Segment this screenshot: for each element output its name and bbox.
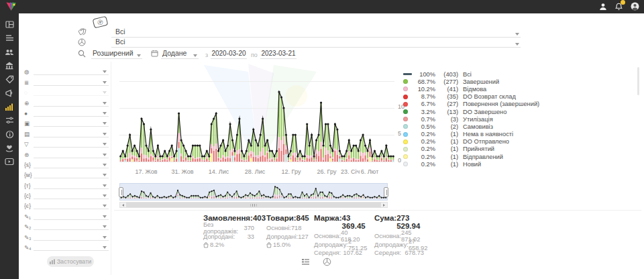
chevron-down-icon — [103, 143, 107, 146]
filter-row-user[interactable]: ● — [24, 107, 109, 117]
status-filter-select[interactable]: Всі — [111, 27, 521, 38]
search-mode-select[interactable]: Розширений — [91, 49, 142, 59]
search-icon[interactable] — [78, 50, 86, 58]
chevron-down-icon — [103, 225, 107, 228]
legend-swatch — [403, 109, 408, 114]
filter-row-add-user[interactable]: ⊕ — [24, 96, 109, 106]
sidebar-item-orders[interactable] — [0, 32, 19, 46]
customers-icon — [5, 48, 14, 56]
sidebar-item-analytics[interactable] — [0, 100, 19, 114]
chevron-down-icon — [103, 246, 107, 249]
legend-item[interactable]: 6.7%(27)Повернення (завершений) — [403, 101, 539, 108]
navigator-handle-right[interactable] — [384, 187, 388, 197]
info-icon — [5, 130, 14, 139]
sidebar-item-settings[interactable] — [0, 114, 19, 128]
legend-item[interactable]: 0.2%(1)DO Отправлено — [403, 138, 539, 146]
avatar-icon[interactable] — [630, 1, 640, 11]
filter-row-custom-2[interactable]: ✎₂ — [24, 220, 109, 230]
filter-row-status[interactable]: ◌ — [24, 86, 109, 96]
dashboard-icon — [5, 20, 14, 29]
filter-row-globe[interactable]: ◍ — [24, 65, 109, 75]
sidebar-item-customers[interactable] — [0, 45, 19, 59]
legend-item[interactable]: 0.2%(1)Відправлений — [403, 153, 539, 160]
legend-item[interactable]: 8.7%(35)DO Возврат склад — [403, 93, 539, 101]
legend-item[interactable]: 68.7%(277)Завершений — [403, 78, 539, 85]
apply-filters-button[interactable]: Застосувати — [47, 256, 94, 267]
stat-orders: Замовлення:403 Без допродажів:370 Допрод… — [203, 214, 254, 249]
legend-item[interactable]: 3.2%(13)DO Завершено — [403, 108, 539, 115]
sidebar-item-support[interactable] — [0, 142, 19, 156]
products-icon[interactable] — [322, 257, 332, 267]
stat-value: 273 529.94 — [396, 214, 424, 230]
sidebar-item-promos[interactable] — [0, 72, 19, 87]
filter-row-custom-3[interactable]: ✎₃ — [24, 230, 109, 240]
filter-row-var-m[interactable]: {м} — [24, 168, 109, 178]
analytics-chart-icon — [5, 103, 14, 111]
label-p-icon[interactable]: Ⓟ — [93, 16, 109, 29]
chevron-down-icon — [515, 43, 519, 46]
scroll-left-arrow[interactable] — [120, 203, 126, 207]
filter-row-var-t[interactable]: {т} — [24, 178, 109, 188]
filter-row-var-c[interactable]: {с} — [24, 189, 109, 199]
filter-row-globe-grid[interactable]: ⊛ — [24, 148, 109, 158]
x-axis-tick: 26. Гру — [317, 168, 337, 175]
filter-row-custom-4[interactable]: ✎₄ — [24, 241, 109, 251]
vertical-scrollbar[interactable] — [637, 67, 639, 95]
section-divider — [114, 210, 641, 211]
legend-swatch — [403, 87, 408, 91]
notifications-bell-icon[interactable] — [614, 1, 624, 11]
legend-item[interactable]: 0.2%(1)Прийнятий — [403, 146, 539, 153]
filter-row-package[interactable]: ▣ — [24, 117, 109, 127]
filter-row-image[interactable]: ▤ — [24, 127, 109, 137]
chevron-down-icon — [103, 102, 107, 105]
legend-item[interactable]: 10.2%(41)Відмова — [403, 85, 539, 93]
scrollbar-thumb[interactable] — [126, 203, 381, 207]
chart-range-navigator[interactable] — [119, 183, 388, 201]
user-icon[interactable] — [598, 1, 608, 11]
legend-swatch — [403, 102, 408, 107]
sidebar-item-dashboard[interactable] — [0, 17, 19, 32]
filter-row-funnel[interactable]: ▽ — [24, 137, 109, 148]
sidebar-item-marketing[interactable] — [0, 87, 19, 101]
date-from-input[interactable]: 2020-03-20 — [211, 50, 247, 59]
sidebar-item-info[interactable] — [0, 127, 19, 142]
product-filter-value: Всі — [115, 38, 125, 46]
sidebar-item-tutorials[interactable] — [0, 155, 19, 169]
chevron-down-icon — [103, 184, 107, 187]
navigator-handle-left[interactable] — [119, 187, 123, 197]
legend-item[interactable]: 0.5%(2)Самовивіз — [403, 123, 539, 130]
legend-swatch — [403, 117, 408, 121]
custom-field-4-icon: ✎₄ — [24, 244, 34, 251]
legend-item[interactable]: 0.2%(1)Нема в наявності — [403, 131, 539, 138]
product-filter-select[interactable]: Всі — [111, 38, 521, 48]
brand-logo[interactable] — [5, 2, 17, 11]
stat-title: Сума: — [374, 214, 396, 230]
chart-horizontal-scrollbar[interactable] — [119, 202, 388, 208]
panel-divider — [111, 62, 111, 275]
filter-row-var-s[interactable]: {s} — [24, 158, 109, 168]
chart-legend: 100%(403)Всі 68.7%(277)Завершений 10.2%(… — [403, 70, 539, 168]
x-axis-tick: 28. Лис — [245, 168, 265, 175]
sidebar-item-store[interactable] — [0, 59, 19, 73]
legend-swatch — [403, 162, 408, 166]
chevron-down-icon — [103, 91, 107, 94]
var-e-icon: {є} — [24, 203, 34, 209]
legend-item[interactable]: 0.2%(1)Новий — [403, 160, 539, 168]
chevron-down-icon — [103, 70, 107, 73]
add-user-icon: ⊕ — [24, 100, 34, 107]
date-to-input[interactable]: 2023-03-21 — [260, 50, 297, 59]
legend-swatch — [403, 95, 408, 99]
legend-item[interactable]: 0.7%(3)Утилізація — [403, 115, 539, 123]
filter-row-list[interactable]: ≣ — [24, 75, 109, 85]
orders-list-icon — [5, 34, 14, 42]
orders-status-chart[interactable] — [119, 67, 394, 165]
filter-row-custom-1[interactable]: ✎₁ — [24, 209, 109, 219]
statuses-list-icon[interactable] — [301, 257, 311, 267]
stat-sum: Сума:273 529.94 Основна:245 871.02 Допро… — [374, 214, 424, 258]
globe-icon: ◍ — [24, 68, 34, 75]
legend-item[interactable]: 100%(403)Всі — [403, 70, 539, 78]
scroll-right-arrow[interactable] — [381, 203, 387, 207]
date-field-select[interactable]: Додане — [161, 49, 199, 59]
y-axis-tick: 5 — [398, 130, 401, 137]
filter-row-var-e[interactable]: {є} — [24, 199, 109, 209]
